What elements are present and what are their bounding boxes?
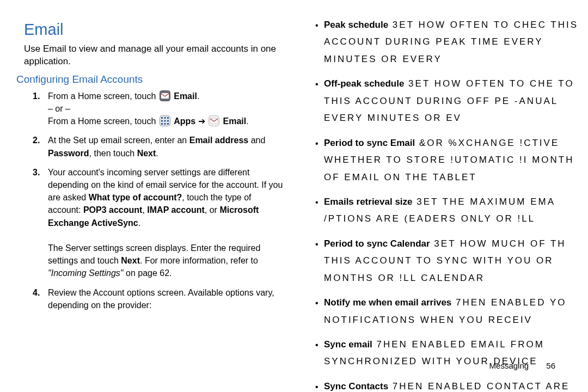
step-bold: Email address	[189, 136, 249, 145]
list-item: •Off-peak schedule 3ET HOW OFTEN TO CHE …	[313, 75, 588, 126]
list-item: •Period to sync Calendar 3ET HOW MUCH OF…	[313, 235, 588, 286]
list-item: •Notify me when email arrives 7HEN ENABL…	[313, 294, 588, 328]
step-text: ,	[142, 205, 147, 215]
bullet-icon: •	[315, 194, 318, 211]
bullet-icon: •	[315, 76, 318, 93]
configuring-heading: Configuring Email Accounts	[16, 74, 283, 85]
step-bold: Next	[137, 149, 156, 158]
bullet-icon: •	[315, 236, 318, 253]
step-3: 3. Your account's incoming server settin…	[33, 166, 283, 280]
bullet-lead: Emails retrieval size	[324, 197, 413, 207]
step-text: , then touch	[89, 149, 137, 158]
svg-rect-4	[164, 117, 166, 119]
step-number: 4.	[33, 286, 40, 299]
step-bold: Password	[48, 149, 89, 158]
bullet-icon: •	[315, 379, 318, 392]
step-number: 1.	[33, 90, 40, 102]
step-text: .	[246, 117, 248, 126]
step-text: , or	[205, 205, 220, 215]
bullet-lead: Off-peak schedule	[324, 78, 404, 89]
step-1: 1. From a Home screen, touch Email. – or…	[33, 90, 283, 128]
step-bold: Email	[223, 117, 247, 126]
step-text: on page 62.	[124, 268, 172, 278]
step-text: From a Home screen, touch	[48, 117, 158, 126]
steps-list: 1. From a Home screen, touch Email. – or…	[33, 90, 283, 311]
bullet-icon: •	[315, 17, 318, 34]
step-text: .	[197, 91, 199, 101]
footer-page: 56	[546, 361, 555, 370]
step-text: Review the Account options screen. Avail…	[48, 288, 274, 310]
bullet-lead: Period to sync Email	[324, 138, 415, 148]
svg-rect-8	[167, 120, 169, 122]
step-bold: Apps	[174, 117, 195, 126]
bullet-icon: •	[315, 136, 318, 152]
bullet-lead: Notify me when email arrives	[324, 297, 451, 308]
bullet-lead: Sync email	[324, 339, 372, 350]
step-number: 2.	[33, 134, 40, 146]
email-intro: Use Email to view and manage all your em…	[24, 43, 283, 68]
step-text: At the Set up email screen, enter an	[48, 136, 189, 145]
step-bold: IMAP account	[147, 205, 205, 215]
svg-rect-3	[161, 117, 163, 119]
list-item: •Emails retrieval size 3ET THE MAXIMUM E…	[313, 193, 588, 228]
svg-rect-1	[161, 93, 169, 99]
bullet-icon: •	[315, 295, 318, 311]
step-italic: "Incoming Settings"	[48, 268, 124, 278]
svg-rect-5	[167, 117, 169, 119]
page-columns: Email Use Email to view and manage all y…	[0, 11, 588, 392]
step-bold: POP3 account	[83, 205, 142, 215]
svg-rect-6	[161, 120, 163, 122]
list-item: •Sync Contacts 7HEN ENABLED CONTACT ARE …	[313, 378, 588, 392]
right-column: •Peak schedule 3ET HOW OFTEN TO CHEC THI…	[294, 11, 588, 392]
step-2: 2. At the Set up email screen, enter an …	[33, 134, 283, 159]
step-text: From a Home screen, touch	[48, 91, 158, 101]
bullet-icon: •	[315, 337, 318, 353]
step-text: and	[248, 136, 265, 145]
svg-rect-9	[161, 123, 163, 125]
email-icon	[160, 90, 170, 101]
svg-rect-10	[164, 123, 166, 125]
footer-section: Messaging	[489, 361, 529, 370]
step-text: .	[156, 149, 158, 158]
step-4: 4. Review the Account options screen. Av…	[33, 286, 283, 311]
list-item: •Peak schedule 3ET HOW OFTEN TO CHEC THI…	[313, 16, 588, 68]
bullet-lead: Peak schedule	[324, 20, 388, 30]
email-icon	[209, 115, 219, 126]
svg-rect-13	[210, 118, 218, 124]
step-text: ➔	[198, 117, 207, 126]
step-text: .	[138, 218, 140, 228]
svg-rect-11	[167, 123, 169, 125]
bullet-lead: Period to sync Calendar	[324, 238, 430, 249]
step-bold: Next	[121, 256, 140, 265]
step-text: . For more information, refer to	[140, 256, 258, 265]
bullet-lead: Sync Contacts	[324, 381, 388, 391]
step-number: 3.	[33, 166, 40, 179]
step-or: – or –	[48, 104, 70, 113]
email-heading: Email	[24, 21, 283, 39]
step-bold: Email	[174, 91, 197, 101]
bullet-list: •Peak schedule 3ET HOW OFTEN TO CHEC THI…	[313, 16, 588, 392]
svg-rect-7	[164, 120, 166, 122]
apps-icon	[160, 115, 170, 126]
page-footer: Messaging 56	[489, 361, 555, 370]
list-item: •Period to sync Email &OR %XCHANGE !CTIV…	[313, 134, 588, 186]
step-bold: What type of account?	[89, 193, 182, 202]
left-column: Email Use Email to view and manage all y…	[0, 11, 294, 392]
